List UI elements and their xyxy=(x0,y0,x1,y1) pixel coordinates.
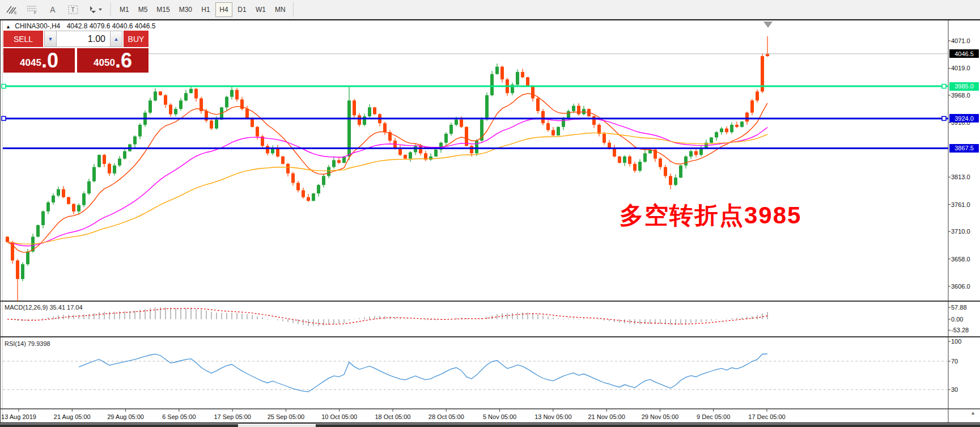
price-tick: 3968.0 xyxy=(951,92,970,99)
date-tick: 21 Nov 05:00 xyxy=(588,413,625,420)
ask-main-digits: 4050 xyxy=(94,57,115,69)
sell-button[interactable]: SELL xyxy=(3,31,43,47)
price-tick: 3658.0 xyxy=(951,256,970,263)
chart-annotation-text[interactable]: 多空转折点3985 xyxy=(620,200,801,231)
price-badge-3867.5: 3867.5 xyxy=(949,144,979,153)
price-tick: 4071.0 xyxy=(951,37,970,44)
bid-price-display[interactable]: 4045 .0 xyxy=(3,48,75,73)
date-tick: 13 Nov 05:00 xyxy=(534,413,571,420)
hline-3924-handle[interactable] xyxy=(942,116,946,120)
buy-button[interactable]: BUY xyxy=(124,31,149,47)
hline-3985-handle[interactable] xyxy=(942,84,946,88)
price-tick: 3710.0 xyxy=(951,228,970,235)
date-tick: 17 Sep 05:00 xyxy=(214,413,251,420)
ask-price-display[interactable]: 4050 .6 xyxy=(77,48,149,73)
taskbar-segment xyxy=(238,424,316,427)
price-badge-3985.0: 3985.0 xyxy=(949,82,979,91)
price-tick: 3761.0 xyxy=(951,201,970,208)
rsi-indicator-label: RSI(14) 79.9398 xyxy=(5,340,50,347)
one-click-trade-panel: SELL ▼ ▲ BUY 4045 .0 4050 .6 xyxy=(3,31,149,73)
macd-histogram xyxy=(7,307,767,326)
volume-decrease-button[interactable]: ▼ xyxy=(44,31,57,47)
hline-3985-handle[interactable] xyxy=(2,84,6,88)
date-tick: 25 Sep 05:00 xyxy=(268,413,304,420)
date-tick: 10 Oct 05:00 xyxy=(321,413,357,420)
volume-increase-button[interactable]: ▲ xyxy=(110,31,122,47)
bid-main-digits: 4045 xyxy=(20,57,41,69)
macd-tick: 0.00 xyxy=(951,316,963,323)
price-tick: 3606.0 xyxy=(951,283,970,290)
rsi-tick: 70 xyxy=(951,358,958,365)
macd-tick: 57.88 xyxy=(951,304,967,311)
price-badge-3924.0: 3924.0 xyxy=(949,114,979,122)
rsi-line xyxy=(79,354,767,392)
hline-3924-handle[interactable] xyxy=(2,116,6,120)
date-tick: 13 Aug 2019 xyxy=(1,413,36,420)
date-tick: 29 Nov 05:00 xyxy=(642,413,678,420)
rsi-tick: 30 xyxy=(951,386,958,393)
price-badge-4046.5: 4046.5 xyxy=(949,49,979,58)
date-tick: 18 Oct 05:00 xyxy=(375,413,411,420)
volume-input[interactable] xyxy=(57,31,110,47)
date-tick: 9 Dec 05:00 xyxy=(697,413,730,420)
rsi-tick: 100 xyxy=(951,338,961,345)
price-tick: 4019.0 xyxy=(951,65,970,71)
taskbar-segment xyxy=(316,424,980,427)
date-tick: 28 Oct 05:00 xyxy=(429,413,464,420)
window-bottom-border xyxy=(0,422,980,424)
candles-group xyxy=(6,36,769,301)
mouse-cursor-icon xyxy=(763,22,773,28)
macd-indicator-label: MACD(12,26,9) 35.41 17.04 xyxy=(5,304,83,311)
scroll-to-end-button[interactable]: ▴ xyxy=(971,409,974,416)
date-tick: 17 Dec 05:00 xyxy=(748,413,785,420)
date-tick: 21 Aug 05:00 xyxy=(54,413,91,420)
date-tick: 5 Nov 05:00 xyxy=(483,413,516,420)
ask-big-digit: .6 xyxy=(115,48,132,73)
macd-tick: -53.28 xyxy=(951,327,969,333)
date-tick: 6 Sep 05:00 xyxy=(162,413,196,420)
bid-big-digit: .0 xyxy=(41,48,58,73)
taskbar-segment xyxy=(0,424,238,427)
macd-signal-line xyxy=(7,308,767,324)
price-tick: 3813.0 xyxy=(951,174,970,180)
date-tick: 29 Aug 05:00 xyxy=(107,413,144,420)
